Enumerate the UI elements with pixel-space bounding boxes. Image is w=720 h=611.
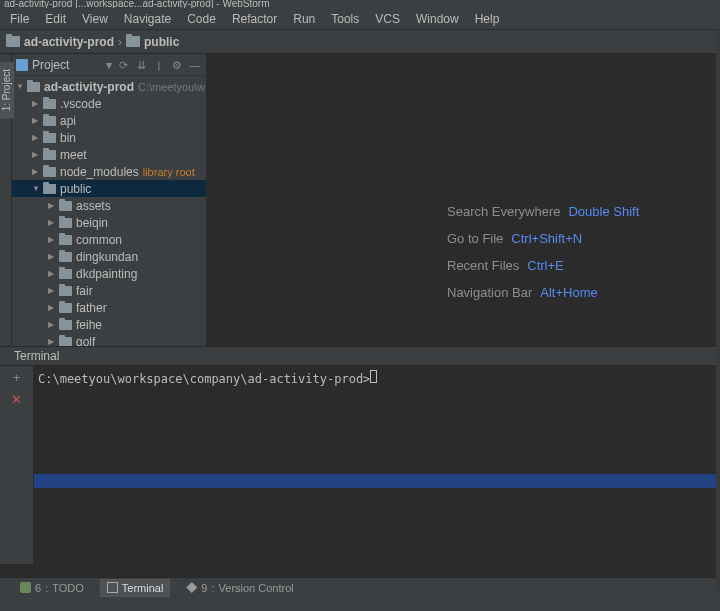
gear-icon[interactable]: ⚙ xyxy=(170,58,184,72)
tree-item[interactable]: ▶father xyxy=(12,299,206,316)
hint-navigation-bar: Navigation Bar Alt+Home xyxy=(447,285,707,300)
folder-icon xyxy=(59,201,72,211)
terminal-icon xyxy=(107,582,118,593)
empty-state-hints: Search Everywhere Double Shift Go to Fil… xyxy=(447,204,707,312)
chevron-right-icon[interactable]: ▶ xyxy=(32,116,41,125)
menu-navigate[interactable]: Navigate xyxy=(116,9,179,29)
terminal-gutter: + ✕ xyxy=(0,366,34,564)
chevron-right-icon[interactable]: ▶ xyxy=(48,337,57,346)
chevron-down-icon[interactable]: ▼ xyxy=(16,82,25,91)
hide-icon[interactable]: — xyxy=(188,58,202,72)
tree-item[interactable]: ▶beiqin xyxy=(12,214,206,231)
chevron-right-icon: › xyxy=(118,35,122,49)
tree-item-label: dkdpainting xyxy=(76,267,137,281)
tree-item[interactable]: ▶dkdpainting xyxy=(12,265,206,282)
chevron-right-icon[interactable]: ▶ xyxy=(48,303,57,312)
hint-search-everywhere: Search Everywhere Double Shift xyxy=(447,204,707,219)
menu-file[interactable]: File xyxy=(2,9,37,29)
menu-view[interactable]: View xyxy=(74,9,116,29)
tree-item[interactable]: ▶common xyxy=(12,231,206,248)
project-tree[interactable]: ▼ ad-activity-prod C:\meetyou\w ▶.vscode… xyxy=(12,76,206,346)
terminal-header[interactable]: Terminal xyxy=(0,346,720,366)
menu-vcs[interactable]: VCS xyxy=(367,9,408,29)
chevron-right-icon[interactable]: ▶ xyxy=(32,99,41,108)
folder-icon xyxy=(43,150,56,160)
collapse-icon[interactable]: ⇊ xyxy=(134,58,148,72)
tree-item[interactable]: ▶meet xyxy=(12,146,206,163)
chevron-right-icon[interactable]: ▶ xyxy=(48,320,57,329)
breadcrumb-item-root[interactable]: ad-activity-prod › xyxy=(6,35,122,49)
tree-root-path: C:\meetyou\w xyxy=(138,81,205,93)
tree-item-label: .vscode xyxy=(60,97,101,111)
tree-item[interactable]: ▶.vscode xyxy=(12,95,206,112)
terminal-body[interactable]: C:\meetyou\workspace\company\ad-activity… xyxy=(34,366,720,564)
bottom-tool-tabs: 6: TODO Terminal 9: Version Control xyxy=(0,577,720,597)
folder-icon xyxy=(43,116,56,126)
scrollbar[interactable] xyxy=(716,30,720,592)
chevron-down-icon[interactable]: ▼ xyxy=(32,184,41,193)
main-menu[interactable]: File Edit View Navigate Code Refactor Ru… xyxy=(0,8,720,30)
menu-run[interactable]: Run xyxy=(285,9,323,29)
chevron-right-icon[interactable]: ▶ xyxy=(48,218,57,227)
folder-icon xyxy=(43,133,56,143)
tree-item[interactable]: ▶api xyxy=(12,112,206,129)
breadcrumb-label: public xyxy=(144,35,179,49)
tree-item[interactable]: ▼public xyxy=(12,180,206,197)
project-header: Project ▾ ⟳ ⇊ | ⚙ — xyxy=(12,54,206,76)
project-toolwindow: Project ▾ ⟳ ⇊ | ⚙ — ▼ ad-activity-prod C… xyxy=(12,54,207,346)
menu-refactor[interactable]: Refactor xyxy=(224,9,285,29)
tab-index: 6 xyxy=(35,582,41,594)
tree-item-label: assets xyxy=(76,199,111,213)
breadcrumb[interactable]: ad-activity-prod › public xyxy=(0,30,720,54)
folder-icon xyxy=(27,82,40,92)
chevron-right-icon[interactable]: ▶ xyxy=(48,269,57,278)
chevron-right-icon[interactable]: ▶ xyxy=(48,235,57,244)
tree-item-label: fair xyxy=(76,284,93,298)
divider-icon: | xyxy=(152,58,166,72)
tab-index: 9 xyxy=(201,582,207,594)
menu-tools[interactable]: Tools xyxy=(323,9,367,29)
close-icon[interactable]: ✕ xyxy=(9,392,25,408)
terminal-toolwindow: + ✕ C:\meetyou\workspace\company\ad-acti… xyxy=(0,366,720,564)
tree-item-label: node_modules xyxy=(60,165,139,179)
add-tab-icon[interactable]: + xyxy=(9,370,25,386)
tree-item-label: beiqin xyxy=(76,216,108,230)
tree-item[interactable]: ▶feihe xyxy=(12,316,206,333)
tree-root[interactable]: ▼ ad-activity-prod C:\meetyou\w xyxy=(12,78,206,95)
tree-item[interactable]: ▶fair xyxy=(12,282,206,299)
tree-item-label: public xyxy=(60,182,91,196)
chevron-right-icon[interactable]: ▶ xyxy=(48,252,57,261)
tree-item[interactable]: ▶assets xyxy=(12,197,206,214)
tree-item[interactable]: ▶bin xyxy=(12,129,206,146)
tab-terminal[interactable]: Terminal xyxy=(100,579,171,597)
tab-label: TODO xyxy=(52,582,84,594)
project-title[interactable]: Project xyxy=(32,58,102,72)
breadcrumb-item-public[interactable]: public xyxy=(126,35,179,49)
tree-item[interactable]: ▶node_moduleslibrary root xyxy=(12,163,206,180)
menu-code[interactable]: Code xyxy=(179,9,224,29)
chevron-right-icon[interactable]: ▶ xyxy=(48,286,57,295)
chevron-down-icon[interactable]: ▾ xyxy=(106,58,112,72)
menu-edit[interactable]: Edit xyxy=(37,9,74,29)
sync-icon[interactable]: ⟳ xyxy=(116,58,130,72)
tool-tab-project[interactable]: 1: Project xyxy=(0,62,14,118)
tree-item[interactable]: ▶dingkundan xyxy=(12,248,206,265)
editor-area: Search Everywhere Double Shift Go to Fil… xyxy=(207,54,720,346)
breadcrumb-label: ad-activity-prod xyxy=(24,35,114,49)
chevron-right-icon[interactable]: ▶ xyxy=(48,201,57,210)
terminal-prompt: C:\meetyou\workspace\company\ad-activity… xyxy=(38,372,370,386)
hint-shortcut: Ctrl+Shift+N xyxy=(511,231,582,246)
tab-version-control[interactable]: 9: Version Control xyxy=(180,580,299,596)
tree-root-label: ad-activity-prod xyxy=(44,80,134,94)
menu-window[interactable]: Window xyxy=(408,9,467,29)
tab-label: Terminal xyxy=(122,582,164,594)
folder-icon xyxy=(59,320,72,330)
menu-help[interactable]: Help xyxy=(467,9,508,29)
vcs-icon xyxy=(186,582,197,593)
tab-todo[interactable]: 6: TODO xyxy=(14,580,90,596)
terminal-cursor xyxy=(370,370,377,383)
chevron-right-icon[interactable]: ▶ xyxy=(32,133,41,142)
chevron-right-icon[interactable]: ▶ xyxy=(32,150,41,159)
tree-item[interactable]: ▶golf xyxy=(12,333,206,346)
chevron-right-icon[interactable]: ▶ xyxy=(32,167,41,176)
